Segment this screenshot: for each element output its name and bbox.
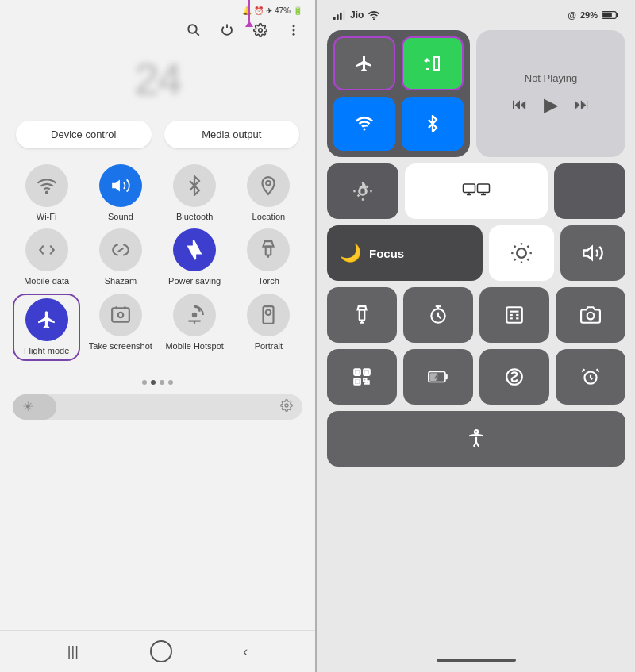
- more-options-icon[interactable]: [285, 21, 302, 39]
- svg-line-37: [527, 246, 529, 248]
- tile-hotspot[interactable]: Mobile Hotspot: [161, 294, 229, 361]
- svg-rect-41: [506, 307, 522, 323]
- ios-connectivity-block: [327, 30, 470, 157]
- power-saving-tile-icon: [173, 228, 216, 271]
- svg-point-4: [293, 29, 295, 32]
- ios-calculator-tile[interactable]: [479, 287, 549, 343]
- ios-row-4: [327, 287, 625, 343]
- page-dots: [0, 374, 315, 391]
- ios-location-icon: @: [568, 10, 576, 20]
- ios-wifi-icon: [368, 10, 380, 20]
- play-button[interactable]: ▶: [544, 94, 558, 116]
- ios-row-6: [327, 411, 625, 467]
- dot-4: [168, 380, 173, 385]
- settings-icon[interactable]: [252, 21, 269, 39]
- tile-portrait[interactable]: Portrait: [235, 294, 302, 361]
- media-output-button[interactable]: Media output: [164, 121, 300, 148]
- torch-tile-label: Torch: [258, 275, 279, 286]
- sound-tile-label: Sound: [108, 211, 133, 222]
- dot-2: [151, 380, 156, 385]
- ios-row-5: [327, 349, 625, 405]
- home-button[interactable]: [150, 640, 172, 662]
- ios-extra-tile-1[interactable]: [554, 163, 625, 219]
- tile-shazam[interactable]: Shazam: [87, 228, 154, 286]
- ios-status-left: Jio: [333, 10, 380, 21]
- ios-status-right: @ 29%: [568, 10, 619, 20]
- recent-apps-button[interactable]: |||: [67, 643, 79, 660]
- tile-mobile-data[interactable]: Mobile data: [13, 228, 80, 286]
- svg-rect-9: [266, 247, 271, 255]
- ios-bluetooth-tile[interactable]: [402, 97, 464, 151]
- svg-point-5: [293, 33, 295, 36]
- ios-accessibility-icon: [466, 428, 487, 449]
- mirror-display-icon: [462, 180, 491, 202]
- tile-flight-mode[interactable]: Flight mode: [13, 294, 80, 361]
- svg-point-24: [364, 129, 366, 131]
- shazam-tile-icon: [99, 228, 142, 271]
- svg-line-1: [196, 33, 199, 36]
- brightness-fill: [13, 394, 56, 420]
- tile-bluetooth[interactable]: Bluetooth: [161, 164, 229, 222]
- ios-volume-tile[interactable]: [560, 225, 625, 281]
- brightness-tile-icon: [510, 242, 533, 264]
- ios-alarm-tile[interactable]: [556, 349, 625, 405]
- svg-rect-18: [340, 13, 342, 20]
- ios-wifi-tile-icon: [355, 114, 374, 133]
- ios-mirror-display-tile[interactable]: [405, 163, 548, 219]
- ios-shazam-tile[interactable]: [479, 349, 549, 405]
- brightness-bar[interactable]: ☀: [13, 394, 302, 420]
- next-track-button[interactable]: ⏭: [574, 95, 590, 113]
- tile-wifi[interactable]: Wi-Fi: [13, 164, 80, 222]
- back-button[interactable]: ‹: [243, 643, 248, 660]
- media-controls: ⏮ ▶ ⏭: [512, 94, 590, 116]
- ios-cell-tile[interactable]: [402, 36, 464, 90]
- tile-screenshot[interactable]: Take screenshot: [87, 294, 154, 361]
- ios-camera-tile[interactable]: [556, 287, 625, 343]
- ios-control-center-grid: Not Playing ⏮ ▶ ⏭: [318, 25, 635, 471]
- ios-panel: Jio @ 29%: [318, 0, 635, 672]
- svg-rect-52: [365, 371, 368, 373]
- svg-rect-19: [343, 10, 345, 20]
- device-control-button[interactable]: Device control: [16, 121, 152, 148]
- tile-location[interactable]: Location: [235, 164, 302, 222]
- ios-airplane-tile[interactable]: [333, 36, 395, 90]
- svg-point-3: [293, 25, 295, 27]
- not-playing-label: Not Playing: [525, 72, 577, 84]
- ios-focus-tile[interactable]: 🌙 Focus: [327, 225, 483, 281]
- prev-track-button[interactable]: ⏮: [512, 95, 528, 113]
- svg-rect-10: [112, 308, 129, 321]
- ios-torch-icon: [352, 305, 372, 325]
- ios-timer-icon: [428, 305, 448, 325]
- dot-1: [142, 380, 147, 385]
- focus-label: Focus: [369, 247, 404, 260]
- ios-wifi-tile[interactable]: [333, 97, 395, 151]
- portrait-tile-icon: [247, 294, 290, 336]
- ios-accessibility-tile[interactable]: [327, 411, 625, 467]
- home-bar: [437, 659, 516, 662]
- signal-bars-icon: [333, 10, 346, 20]
- ios-qr-scanner-tile[interactable]: [327, 349, 397, 405]
- mobile-data-tile-label: Mobile data: [24, 275, 69, 286]
- svg-point-47: [587, 313, 595, 320]
- mobile-data-tile-icon: [25, 228, 68, 271]
- tile-torch[interactable]: Torch: [235, 228, 302, 286]
- tile-power-saving[interactable]: Power saving: [161, 228, 229, 286]
- search-icon[interactable]: [185, 21, 202, 39]
- ios-media-block[interactable]: Not Playing ⏮ ▶ ⏭: [476, 30, 625, 157]
- ios-brightness-tile[interactable]: [489, 225, 554, 281]
- ios-timer-tile[interactable]: [403, 287, 473, 343]
- svg-line-33: [527, 259, 529, 260]
- android-toolbar: [0, 18, 315, 45]
- ios-torch-tile[interactable]: [327, 287, 397, 343]
- svg-point-2: [259, 29, 263, 33]
- power-icon[interactable]: [218, 21, 236, 39]
- svg-marker-38: [583, 247, 592, 259]
- ios-battery-saver-tile[interactable]: [403, 349, 473, 405]
- tile-sound[interactable]: Sound: [87, 164, 154, 222]
- hotspot-tile-icon: [173, 294, 216, 336]
- ios-orientation-lock-tile[interactable]: [327, 163, 398, 219]
- torch-tile-icon: [247, 228, 290, 271]
- ios-calculator-icon: [504, 305, 525, 325]
- orientation-lock-icon: [352, 180, 374, 202]
- svg-point-6: [46, 192, 48, 194]
